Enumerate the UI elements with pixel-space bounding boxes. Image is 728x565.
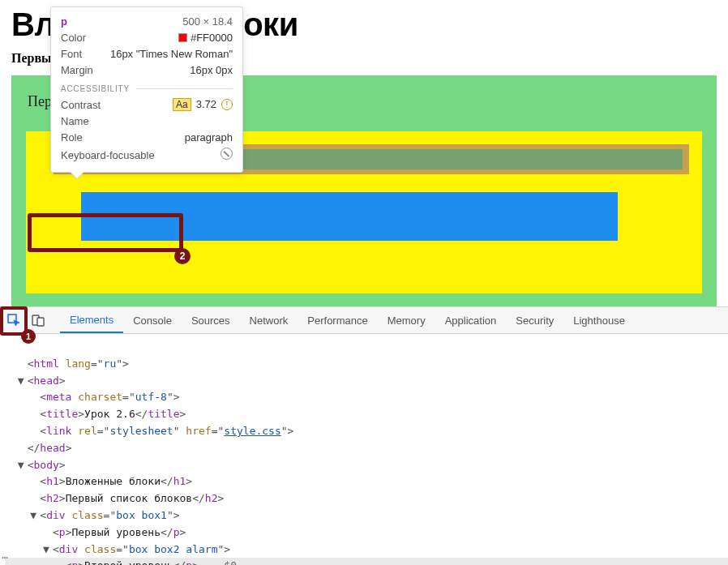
elements-dom-tree[interactable]: <html lang="ru"> ▼<head> <meta charset="… (0, 334, 728, 565)
svg-rect-2 (37, 318, 44, 326)
dom-line[interactable]: <title>Урок 2.6</title> (5, 406, 728, 423)
color-swatch-icon (178, 33, 187, 42)
devtools-tabs: ElementsConsoleSourcesNetworkPerformance… (60, 307, 635, 333)
tooltip-font-label: Font (61, 48, 82, 60)
tooltip-tail-icon (71, 172, 84, 178)
tab-performance[interactable]: Performance (298, 307, 377, 333)
inspect-element-button[interactable] (3, 310, 24, 331)
warning-icon: ! (221, 99, 233, 110)
dom-line[interactable]: </head> (5, 440, 728, 457)
tooltip-margin-label: Margin (61, 64, 93, 76)
contrast-aa-icon: Aa (173, 98, 191, 111)
tab-network[interactable]: Network (240, 307, 298, 333)
tooltip-contrast-label: Contrast (61, 99, 101, 111)
tooltip-role-label: Role (61, 131, 83, 143)
dom-line[interactable]: <p>Первый уровень</p> (5, 524, 728, 541)
dom-line[interactable]: ▼<head> (5, 373, 728, 390)
dom-line[interactable]: <p>Второй уровень</p> == $0 (5, 558, 728, 565)
dom-line[interactable]: ▼<div class="box box1"> (5, 507, 728, 524)
dom-line[interactable]: ▼<div class="box box2 alarm"> (5, 541, 728, 559)
tooltip-role-value: paragraph (185, 131, 233, 143)
annotation-badge-2: 2 (174, 248, 191, 264)
tab-application[interactable]: Application (435, 307, 507, 333)
tooltip-tagname: p (61, 15, 67, 28)
tab-console[interactable]: Console (123, 307, 182, 333)
tab-sources[interactable]: Sources (182, 307, 240, 333)
tab-lighthouse[interactable]: Lighthouse (563, 307, 635, 333)
tab-security[interactable]: Security (506, 307, 563, 333)
tooltip-color-label: Color (61, 32, 86, 44)
dom-line[interactable]: <meta charset="utf-8"> (5, 389, 728, 406)
devtools-toolbar: 1 ElementsConsoleSourcesNetworkPerforman… (0, 306, 728, 334)
dom-line[interactable]: <h1>Вложенные блоки</h1> (5, 473, 728, 490)
tooltip-kbd-value (221, 148, 233, 162)
tooltip-dimensions: 500 × 18.4 (182, 15, 233, 28)
tooltip-font-value: 16px "Times New Roman" (110, 48, 233, 60)
tooltip-margin-value: 16px 0px (190, 64, 233, 76)
tooltip-kbd-label: Keyboard-focusable (61, 149, 155, 161)
tooltip-accessibility-header: ACCESSIBILITY (61, 84, 233, 93)
tab-memory[interactable]: Memory (378, 307, 435, 333)
dom-line[interactable]: ▼<body> (5, 457, 728, 474)
dom-line[interactable] (5, 339, 728, 356)
element-info-tooltip: p 500 × 18.4 Color #FF0000 Font 16px "Ti… (50, 6, 243, 173)
not-focusable-icon (221, 148, 233, 160)
overflow-dots-icon: ⋯ (2, 551, 8, 563)
tab-elements[interactable]: Elements (60, 307, 123, 333)
dom-line[interactable]: <h2>Первый список блоков</h2> (5, 490, 728, 507)
tooltip-contrast-value: Aa3.72! (173, 98, 233, 111)
rendered-page: Вложенные блоки Первый список блоков Пер… (0, 0, 728, 306)
annotation-badge-1: 1 (21, 329, 36, 344)
annotation-ring-2 (28, 213, 183, 252)
tooltip-color-value: #FF0000 (178, 32, 233, 44)
dom-line[interactable]: <html lang="ru"> (5, 356, 728, 373)
dom-line[interactable]: <link rel="stylesheet" href="style.css"> (5, 423, 728, 440)
device-toolbar-button[interactable] (28, 310, 49, 331)
tooltip-name-label: Name (61, 115, 89, 127)
